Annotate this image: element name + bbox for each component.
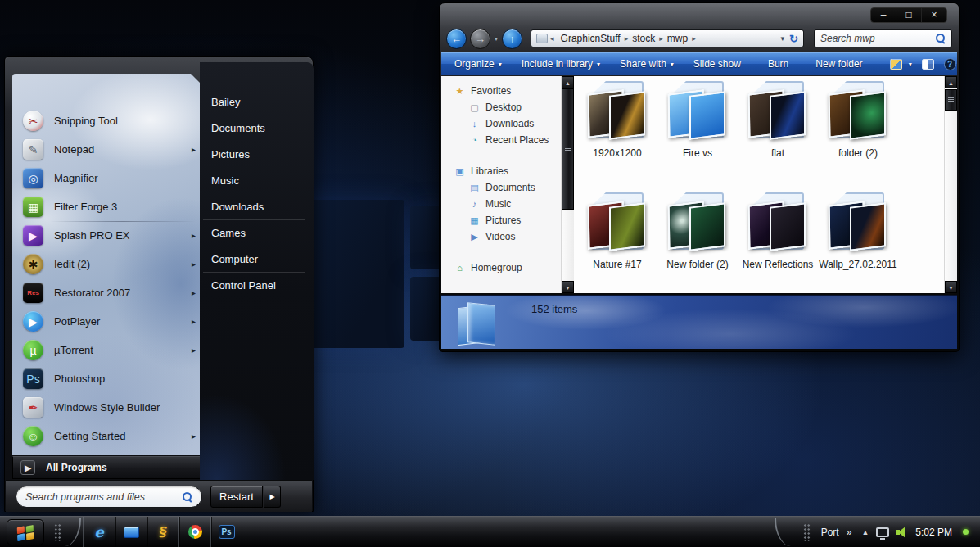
refresh-icon[interactable]: ↻ xyxy=(789,33,798,45)
scroll-down-icon[interactable]: ▼ xyxy=(562,281,574,293)
address-bar[interactable]: ◂ GraphicnStuff ▸ stock ▸ mwp ▸ xyxy=(531,29,804,47)
sidebar-item[interactable]: ▣ Libraries xyxy=(441,163,561,179)
start-menu-program[interactable]: Res Restorator 2007 ▸ xyxy=(12,278,204,307)
folder-item[interactable]: Wallp_27.02.2011 xyxy=(818,192,898,293)
breadcrumb-segment[interactable]: mwp xyxy=(663,33,692,44)
search-input[interactable]: Search mwp xyxy=(820,33,936,44)
volume-icon[interactable] xyxy=(896,527,908,538)
breadcrumb-separator-icon[interactable]: ▸ xyxy=(692,34,696,43)
recent-pages-dropdown-icon[interactable]: ▾ xyxy=(495,35,498,43)
sidebar-item[interactable]: ◔ Recent Places xyxy=(441,132,561,148)
start-menu-program[interactable]: µ µTorrent ▸ xyxy=(12,336,204,364)
toolbar-button[interactable]: New folder ▾ xyxy=(815,58,869,70)
restart-button[interactable]: Restart xyxy=(210,486,263,508)
start-button[interactable] xyxy=(7,519,44,545)
sidebar-item[interactable] xyxy=(441,148,561,163)
taskbar-pinned-app[interactable] xyxy=(178,517,210,547)
sidebar-item-icon: ★ xyxy=(454,86,465,97)
scrollbar-thumb[interactable] xyxy=(562,88,574,210)
sidebar-item[interactable]: ▤ Documents xyxy=(441,179,561,196)
breadcrumb-back-chevron-icon[interactable]: ◂ xyxy=(550,34,554,43)
chevron-down-icon[interactable]: ▾ xyxy=(909,61,912,68)
help-button[interactable]: ? xyxy=(944,58,956,70)
taskbar-pinned-app[interactable]: e xyxy=(83,517,115,547)
change-view-button[interactable]: ▾ xyxy=(890,59,912,70)
taskbar-clock[interactable]: 5:02 PM xyxy=(915,527,952,538)
folder-item[interactable]: flat xyxy=(738,81,818,192)
display-icon[interactable] xyxy=(876,527,889,537)
start-menu-place[interactable]: Computer xyxy=(200,246,314,273)
start-menu-place[interactable]: Games xyxy=(200,220,314,246)
sidebar-item[interactable]: ▶ Videos xyxy=(441,228,561,245)
program-label: Iedit (2) xyxy=(54,258,90,270)
start-menu-program[interactable]: ✱ Iedit (2) ▸ xyxy=(12,250,204,278)
folder-item[interactable]: 1920x1200 xyxy=(577,81,657,192)
taskbar-grip[interactable] xyxy=(54,523,61,541)
start-menu-place[interactable]: Pictures xyxy=(200,142,314,168)
show-desktop-button[interactable] xyxy=(963,529,969,535)
start-menu-program[interactable]: ✎ Notepad ▸ xyxy=(12,135,204,164)
folder-item[interactable]: New folder (2) xyxy=(657,192,738,293)
sidebar-item[interactable]: ↓ Downloads xyxy=(441,115,561,132)
start-menu-program[interactable]: ▶ PotPlayer ▸ xyxy=(12,307,204,336)
start-menu-program[interactable]: ◎ Magnifier ▸ xyxy=(12,164,204,192)
maximize-button[interactable]: □ xyxy=(896,8,921,22)
folder-item[interactable]: Fire vs xyxy=(657,81,738,192)
start-menu-program[interactable]: ✒ Windows Style Builder ▸ xyxy=(12,393,204,422)
back-button[interactable]: ← xyxy=(446,29,467,49)
address-dropdown-icon[interactable]: ▾ xyxy=(779,34,788,43)
file-list-scrollbar[interactable]: ▲ ▼ xyxy=(944,76,957,293)
start-menu-place[interactable]: Control Panel xyxy=(200,273,314,299)
all-programs-button[interactable]: ▶ All Programs xyxy=(12,456,204,479)
start-menu-program[interactable]: ✂ Snipping Tool ▸ xyxy=(12,106,204,135)
forward-button[interactable]: → xyxy=(470,29,490,49)
toolbar-button[interactable]: Burn ▾ xyxy=(768,58,796,70)
toolbar-button[interactable]: Include in library ▾ xyxy=(522,58,600,70)
sidebar-item[interactable] xyxy=(441,245,561,260)
navigation-bar: ← → ▾ ↑ ◂ GraphicnStuff ▸ stock ▸ xyxy=(446,27,952,50)
close-button[interactable]: × xyxy=(921,8,946,22)
scrollbar-thumb[interactable] xyxy=(945,89,957,111)
start-menu-program[interactable]: ☺ Getting Started ▸ xyxy=(12,422,204,450)
minimize-button[interactable]: – xyxy=(871,8,896,22)
up-button[interactable]: ↑ xyxy=(502,29,522,49)
start-menu-place[interactable]: Documents xyxy=(200,115,314,142)
power-options-arrow[interactable]: ▶ xyxy=(264,486,281,508)
taskbar-pinned-app[interactable]: Ps xyxy=(210,517,242,547)
toolbar-button[interactable]: Share with ▾ xyxy=(620,58,674,70)
folder-item[interactable]: Nature #17 xyxy=(577,192,657,293)
breadcrumb-segment[interactable]: stock xyxy=(628,33,659,44)
chevron-down-icon: ▾ xyxy=(499,61,502,68)
chevron-double-icon[interactable]: » xyxy=(847,527,851,538)
start-menu-program[interactable]: ▶ Splash PRO EX ▸ xyxy=(12,221,204,250)
start-menu-place[interactable]: Music xyxy=(200,168,314,194)
breadcrumb-segment[interactable]: GraphicnStuff xyxy=(557,33,625,44)
taskbar-pinned-app[interactable] xyxy=(115,517,147,547)
scroll-down-icon[interactable]: ▼ xyxy=(945,281,957,293)
scroll-up-icon[interactable]: ▲ xyxy=(562,76,574,88)
folder-name: 1920x1200 xyxy=(577,147,657,159)
show-hidden-icons-button[interactable]: ▲ xyxy=(861,528,869,536)
taskbar-pinned-app[interactable]: § xyxy=(147,517,178,547)
sidebar-item[interactable]: ⌂ Homegroup xyxy=(441,260,561,276)
start-menu-place[interactable]: Downloads xyxy=(200,194,314,220)
sidebar-item[interactable]: ♪ Music xyxy=(441,196,561,212)
start-menu-place[interactable]: Bailey xyxy=(200,89,314,115)
start-menu-program[interactable]: Ps Photoshop ▸ xyxy=(12,364,204,393)
preview-pane-button[interactable] xyxy=(922,59,934,70)
start-menu-program[interactable]: ▦ Filter Forge 3 ▸ xyxy=(12,192,204,221)
navigation-pane-scrollbar[interactable]: ▲ ▼ xyxy=(561,76,574,293)
start-search-box[interactable]: Search programs and files xyxy=(16,486,202,508)
folder-item[interactable]: folder (2) xyxy=(818,81,898,192)
folder-item[interactable]: New Reflections xyxy=(738,192,818,293)
toolbar-button[interactable]: Slide show ▾ xyxy=(693,58,748,70)
toolbar-button[interactable]: Organize ▾ xyxy=(454,58,502,70)
scroll-up-icon[interactable]: ▲ xyxy=(945,76,957,88)
sidebar-item[interactable]: ▢ Desktop xyxy=(441,99,561,115)
sidebar-item[interactable]: ★ Favorites xyxy=(441,83,561,99)
tray-port-label[interactable]: Port xyxy=(821,527,839,538)
tray-grip[interactable] xyxy=(803,523,811,541)
sidebar-item[interactable]: ▦ Pictures xyxy=(441,212,561,228)
search-box[interactable]: Search mwp xyxy=(814,29,952,47)
start-search-input[interactable]: Search programs and files xyxy=(25,491,183,503)
